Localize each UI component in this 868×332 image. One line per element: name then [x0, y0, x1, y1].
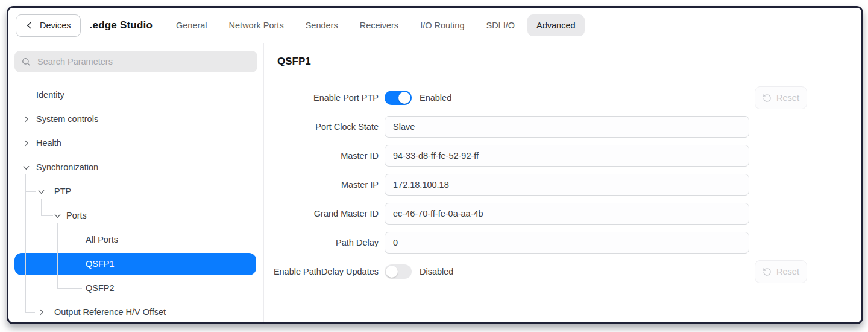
tree-item-identity[interactable]: Identity	[8, 83, 263, 107]
field-control	[385, 174, 749, 196]
toggle-knob	[398, 92, 410, 104]
form-row-master-id: Master ID	[272, 141, 861, 170]
main-panel: QSFP1 Enable Port PTPEnabledResetPort Cl…	[264, 43, 861, 322]
form-row-port-clock-state: Port Clock State	[272, 112, 861, 141]
section-heading: QSFP1	[277, 56, 861, 68]
field-control: Disabled	[385, 264, 749, 279]
sidebar: IdentitySystem controlsHealthSynchroniza…	[8, 43, 264, 322]
tree-item-label: Identity	[8, 90, 64, 100]
field-control	[385, 232, 749, 254]
field-label: Path Delay	[272, 238, 385, 247]
tree-item-system-controls[interactable]: System controls	[8, 107, 263, 131]
reset-button[interactable]: Reset	[755, 260, 807, 283]
form-row-enable-pathdelay-updates: Enable PathDelay UpdatesDisabledReset	[272, 257, 861, 286]
field-label: Port Clock State	[272, 122, 385, 132]
back-button-label: Devices	[40, 21, 71, 30]
tree-item-ptp[interactable]: PTP	[8, 179, 263, 203]
tree-item-synchronization[interactable]: Synchronization	[8, 155, 263, 179]
search-box[interactable]	[14, 51, 257, 72]
field-label: Master IP	[272, 180, 385, 190]
field-label: Enable Port PTP	[272, 93, 385, 103]
app-body: IdentitySystem controlsHealthSynchroniza…	[8, 43, 861, 322]
path-delay-input[interactable]	[385, 232, 749, 254]
tree-item-output-reference-h-v-offset[interactable]: Output Reference H/V Offset	[8, 300, 263, 322]
reset-button-label: Reset	[776, 93, 799, 103]
tree-item-label: QSFP1	[8, 259, 115, 269]
tree-item-health[interactable]: Health	[8, 131, 263, 155]
tab-receivers[interactable]: Receivers	[351, 14, 407, 36]
field-control	[385, 145, 749, 167]
toggle-state-label: Enabled	[420, 93, 451, 103]
form-row-master-ip: Master IP	[272, 170, 861, 199]
master-ip-input[interactable]	[385, 174, 749, 196]
field-label: Master ID	[272, 151, 385, 161]
toggle-state-label: Disabled	[420, 267, 453, 276]
tab-network-ports[interactable]: Network Ports	[220, 14, 293, 36]
tab-i-o-routing[interactable]: I/O Routing	[411, 14, 473, 36]
rotate-ccw-icon	[763, 94, 772, 103]
tree-item-label: Synchronization	[8, 162, 98, 172]
tree-item-label: PTP	[8, 187, 71, 196]
toggle-knob	[386, 266, 398, 278]
tree-item-qsfp2[interactable]: QSFP2	[8, 276, 263, 300]
page-title: .edge Studio	[90, 19, 153, 31]
tree-item-label: System controls	[8, 114, 98, 124]
form-row-path-delay: Path Delay	[272, 228, 861, 257]
form-row-grand-master-id: Grand Master ID	[272, 199, 861, 228]
screenshot-stage: Devices .edge Studio GeneralNetwork Port…	[0, 0, 868, 332]
form-row-enable-port-ptp: Enable Port PTPEnabledReset	[272, 83, 861, 112]
form-rows: Enable Port PTPEnabledResetPort Clock St…	[272, 83, 861, 286]
tab-senders[interactable]: Senders	[297, 14, 347, 36]
field-control	[385, 203, 749, 225]
rotate-ccw-icon	[763, 267, 772, 276]
tree-item-label: Ports	[8, 211, 87, 220]
app-window: Devices .edge Studio GeneralNetwork Port…	[7, 6, 863, 324]
chevron-left-icon	[25, 21, 33, 30]
tab-bar: GeneralNetwork PortsSendersReceiversI/O …	[163, 14, 585, 36]
tree-item-label: Health	[8, 138, 61, 148]
tree-item-all-ports[interactable]: All Ports	[8, 228, 263, 252]
tree-item-label: All Ports	[8, 235, 118, 244]
tab-sdi-i-o[interactable]: SDI I/O	[477, 14, 524, 36]
tab-general[interactable]: General	[167, 14, 216, 36]
reset-button[interactable]: Reset	[755, 86, 807, 109]
tree-items: IdentitySystem controlsHealthSynchroniza…	[8, 83, 263, 322]
enable-pathdelay-updates-toggle[interactable]	[385, 264, 412, 279]
grand-master-id-input[interactable]	[385, 203, 749, 225]
tab-advanced[interactable]: Advanced	[527, 14, 585, 36]
tree-item-label: Output Reference H/V Offset	[8, 307, 166, 317]
tree-item-label: QSFP2	[8, 283, 115, 293]
parameter-tree: IdentitySystem controlsHealthSynchroniza…	[8, 83, 263, 322]
tree-item-qsfp1[interactable]: QSFP1	[8, 252, 263, 276]
field-control	[385, 116, 749, 138]
master-id-input[interactable]	[385, 145, 749, 167]
port-clock-state-input[interactable]	[385, 116, 749, 138]
tree-item-ports[interactable]: Ports	[8, 203, 263, 228]
search-input[interactable]	[36, 56, 250, 67]
back-to-devices-button[interactable]: Devices	[16, 14, 81, 37]
enable-port-ptp-toggle[interactable]	[385, 91, 412, 105]
reset-button-label: Reset	[776, 267, 799, 276]
field-label: Grand Master ID	[272, 209, 385, 219]
app-header: Devices .edge Studio GeneralNetwork Port…	[8, 8, 861, 43]
field-control: Enabled	[385, 91, 749, 105]
search-icon	[22, 57, 31, 66]
field-label: Enable PathDelay Updates	[272, 267, 385, 276]
